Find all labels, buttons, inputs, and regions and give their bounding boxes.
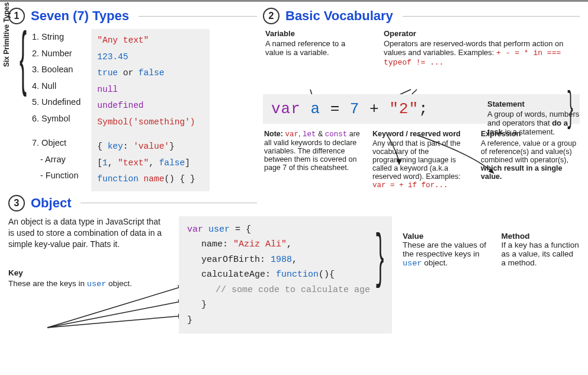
statement-block: Statement A group of words, numbers and … bbox=[487, 100, 582, 136]
key-block: Key These are the keys in user object. bbox=[8, 268, 168, 290]
variable-block: Variable A named reference to a value is… bbox=[265, 29, 360, 67]
obj-val: 'value' bbox=[133, 142, 169, 151]
expression-block: Expression A reference, value or a group… bbox=[481, 130, 579, 190]
example-false: false bbox=[139, 68, 165, 78]
section-header: 3 Object bbox=[8, 195, 257, 211]
example-symbol-arg: ('something') bbox=[128, 117, 195, 127]
arr-2: "text" bbox=[118, 158, 149, 168]
example-number: 123.45 bbox=[97, 52, 128, 62]
type-null: 4. Null bbox=[32, 78, 81, 95]
example-or: or bbox=[118, 68, 139, 78]
arr-c2: , bbox=[149, 158, 159, 168]
arr-open: [ bbox=[97, 158, 102, 168]
code-comment: // some code to calculate age bbox=[187, 283, 384, 298]
object-description: An object is a data type in JavaScript t… bbox=[8, 216, 168, 334]
arr-3: false bbox=[159, 158, 185, 168]
fn-paren: () { } bbox=[164, 174, 195, 184]
type-boolean: 3. Boolean bbox=[32, 62, 81, 78]
brace-icon: } bbox=[375, 242, 385, 278]
types-grid: 1. String 2. Number 3. Boolean 4. Null 5… bbox=[32, 29, 257, 191]
primitive-types-label: Six Primitive Types bbox=[2, 2, 11, 67]
divider bbox=[139, 16, 257, 17]
section-title: Basic Vocabulary bbox=[285, 8, 393, 24]
code-var: var bbox=[271, 100, 310, 118]
svg-line-4 bbox=[47, 301, 184, 328]
type-undefined: 5. Undefined bbox=[32, 94, 81, 111]
obj-key: key bbox=[108, 142, 123, 151]
section-number-badge: 3 bbox=[8, 195, 25, 211]
variable-title: Variable bbox=[265, 29, 360, 38]
code-7: 7 bbox=[350, 100, 360, 118]
types-examples: "Any text" 123.45 true or false null und… bbox=[91, 29, 210, 191]
type-array: - Array bbox=[40, 152, 81, 168]
section-title: Seven (7) Types bbox=[31, 8, 129, 24]
divider bbox=[403, 16, 580, 17]
code-a: a bbox=[310, 100, 320, 118]
method-block: Method If a key has a function as a valu… bbox=[502, 232, 580, 334]
type-string: 1. String bbox=[32, 29, 81, 46]
expression-body: A reference, value or a group of referen… bbox=[481, 139, 579, 181]
keyword-body: Any word that is part of the vocabulary … bbox=[372, 139, 470, 190]
types-list: 1. String 2. Number 3. Boolean 4. Null 5… bbox=[32, 29, 81, 191]
variable-body: A named reference to a value is a variab… bbox=[265, 39, 360, 57]
section-seven-types: 1 Seven (7) Types Six Primitive Types { … bbox=[8, 8, 257, 191]
keyword-title: Keyword / reserved word bbox=[372, 130, 470, 138]
type-function: - Function bbox=[40, 168, 81, 184]
vocab-bottom-row: Note: var, let & const are all valid key… bbox=[263, 130, 580, 190]
section-object: 3 Object An object is a data type in Jav… bbox=[8, 195, 580, 334]
obj-colon: : bbox=[123, 142, 133, 151]
keyword-examples: var = + if for... bbox=[372, 181, 448, 190]
code-semi: ; bbox=[419, 100, 429, 118]
arr-c1: , bbox=[108, 158, 118, 168]
keyword-block: Keyword / reserved word Any word that is… bbox=[372, 130, 470, 190]
statement-title: Statement bbox=[487, 100, 582, 108]
section-title: Object bbox=[31, 195, 71, 211]
vocab-top-row: Variable A named reference to a value is… bbox=[263, 29, 580, 67]
operator-block: Operator Operators are reserved-words th… bbox=[384, 29, 577, 67]
type-number: 2. Number bbox=[32, 46, 81, 62]
example-true: true bbox=[97, 68, 118, 78]
svg-line-5 bbox=[47, 316, 184, 328]
divider bbox=[81, 203, 257, 203]
value-method-row: Value These are the values of the respec… bbox=[403, 216, 580, 334]
type-symbol: 6. Symbol bbox=[32, 111, 81, 127]
example-string: "Any text" bbox=[97, 36, 149, 45]
obj-open: { bbox=[97, 142, 107, 151]
arr-close: ] bbox=[185, 158, 190, 168]
example-undefined: undefined bbox=[97, 101, 143, 110]
note-block: Note: var, let & const are all valid key… bbox=[264, 130, 362, 190]
note-label: Note: bbox=[264, 130, 285, 138]
object-code-block: var user = { name: "Aziz Ali", yearOfBir… bbox=[179, 216, 392, 334]
method-title: Method bbox=[502, 232, 530, 241]
fn-name: name bbox=[144, 174, 165, 184]
type-object: 7. Object bbox=[32, 135, 81, 152]
operator-title: Operator bbox=[384, 29, 577, 38]
operator-body: Operators are reserved-words that perfor… bbox=[384, 39, 577, 67]
svg-line-3 bbox=[47, 286, 184, 328]
code-2: "2" bbox=[389, 100, 419, 118]
example-symbol-fn: Symbol bbox=[97, 117, 128, 127]
value-block: Value These are the values of the respec… bbox=[403, 232, 490, 334]
arr-1: 1 bbox=[102, 158, 108, 168]
fn-kw: function bbox=[97, 174, 143, 184]
brace-icon: { bbox=[20, 28, 27, 85]
section-basic-vocabulary: 2 Basic Vocabulary Variable A named refe… bbox=[263, 8, 580, 191]
key-title: Key bbox=[8, 268, 23, 277]
code-eq: = bbox=[320, 100, 350, 118]
section-number-badge: 2 bbox=[263, 8, 279, 24]
statement-body: A group of words, numbers and operators … bbox=[487, 110, 582, 136]
section-header: 2 Basic Vocabulary bbox=[263, 8, 580, 24]
obj-close: } bbox=[169, 142, 175, 151]
value-title: Value bbox=[403, 232, 423, 241]
section-header: 1 Seven (7) Types bbox=[8, 8, 257, 24]
example-null: null bbox=[97, 85, 118, 94]
code-plus: + bbox=[359, 100, 389, 118]
